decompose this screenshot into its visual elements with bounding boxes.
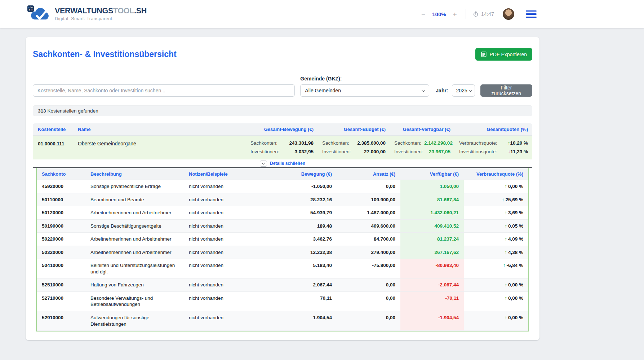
beschreibung-cell: Beamtinnen und Beamte — [85, 193, 184, 206]
investitionsquote-value: ↓11,23 % — [508, 149, 528, 154]
quote-value: 4,38 % — [508, 249, 523, 256]
column-header-beschreibung: Beschreibung — [85, 171, 184, 177]
verbrauchsquote-cell: ↑ 0,00 % — [464, 278, 528, 291]
table-header-row: Kostenstelle Name Gesamt-Bewegung (€) Ge… — [33, 123, 532, 136]
ansatz-cell: 0,00 — [337, 292, 400, 311]
trend-arrow-icon: ↑ — [505, 236, 507, 242]
collapse-chevron-button[interactable] — [260, 161, 267, 167]
budget-investitionen-value: 27.000,00 — [364, 149, 386, 154]
sachkonto-cell: 52510000 — [37, 278, 85, 291]
brand-tagline: Digital. Smart. Transparent. — [55, 16, 147, 21]
logo-cloud-icon: FÜR S-H — [29, 6, 50, 22]
brand-suffix: .SH — [134, 6, 147, 15]
trend-arrow-icon: ↑ — [505, 210, 507, 216]
gemeinde-select[interactable]: Alle Gemeinden — [300, 84, 429, 97]
header-controls: − 100% + 14:47 — [419, 8, 537, 20]
quote-value: 0,05 % — [508, 223, 523, 229]
zoom-in-button[interactable]: + — [451, 10, 459, 18]
clock-icon — [473, 11, 479, 17]
beschreibung-cell: Arbeitnehmerinnen und Arbeitnehmer — [85, 206, 184, 219]
main-content: Sachkonten- & Investitionsübersicht PDF … — [0, 28, 644, 340]
column-header-verbrauchsquote: Verbrauchsquote (%) — [464, 171, 528, 177]
notizen-cell: nicht vorhanden — [184, 259, 274, 278]
investitionsquote-number: 11,23 % — [510, 149, 528, 154]
ansatz-cell: 0,00 — [337, 278, 400, 291]
trend-arrow-icon: ↑ — [505, 282, 507, 288]
investitionen-label: Investitionen: — [394, 149, 423, 154]
bewegung-cell: 70,11 — [274, 292, 337, 311]
kostenstelle-name: Oberste Gemeindeorgane — [78, 140, 246, 146]
column-header-ansatz: Ansatz (€) — [337, 171, 400, 177]
bewegung-cell: 1.904,54 — [274, 311, 337, 330]
sachkonto-cell: 52710000 — [37, 292, 85, 311]
jahr-select[interactable]: 2025 — [452, 84, 475, 97]
trend-arrow-icon: ↑ — [505, 223, 507, 229]
pdf-export-label: PDF Exportieren — [490, 52, 527, 57]
verfuegbar-cell: 81.667,84 — [400, 193, 464, 206]
column-header-name: Name — [78, 127, 246, 132]
jahr-label: Jahr: — [436, 88, 448, 93]
pdf-export-button[interactable]: PDF Exportieren — [475, 48, 532, 61]
table-row: 52910000 Aufwendungen für sonstige Diens… — [37, 311, 528, 331]
app-root: FÜR S-H VERWALTUNGSTOOL.SH — [0, 0, 644, 360]
jahr-selected-value: 2025 — [456, 88, 467, 93]
verfuegbar-cell: -70,11 — [400, 292, 464, 311]
kostenstelle-summary-row[interactable]: 01.0000.111 Oberste Gemeindeorgane Sachk… — [33, 136, 532, 159]
budget-sachkonten-value: 2.385.600,00 — [357, 140, 386, 146]
sachkonto-cell: 50110000 — [37, 193, 85, 206]
sachkonto-cell: 50320000 — [37, 246, 85, 259]
detail-table-header-row: Sachkonto Beschreibung Notizen/Beispiele… — [37, 168, 528, 180]
sachkonten-label: Sachkonten: — [394, 140, 421, 146]
chevron-down-icon — [422, 88, 426, 92]
user-avatar[interactable] — [503, 8, 514, 20]
bewegung-cell: 5.183,40 — [274, 259, 337, 278]
verfuegbar-cell: -2.067,44 — [400, 278, 464, 291]
column-header-sachkonto: Sachkonto — [37, 171, 85, 177]
verbrauchsquote-cell: ↑ 4,09 % — [464, 233, 528, 246]
table-row: 50320000 Arbeitnehmerinnen und Arbeitneh… — [37, 246, 528, 259]
trend-arrow-icon: ↑ — [505, 183, 507, 190]
investitionsquote-label: Investitionsquote: — [459, 149, 497, 154]
trend-arrow-icon: ↑ — [503, 262, 506, 275]
zoom-out-button[interactable]: − — [419, 10, 427, 18]
verfuegbar-cell: 267.167,62 — [400, 246, 464, 259]
verbrauchsquote-cell: ↑ 0,00 % — [464, 292, 528, 311]
jahr-filter-group: Jahr: 2025 — [436, 84, 475, 97]
sachkonto-cell: 50410000 — [37, 259, 85, 278]
verfuegbar-sachkonten-value: 2.142.298,02 — [424, 140, 453, 146]
verbrauchsquote-cell: ↑ 0,00 % — [464, 180, 528, 193]
beschreibung-cell: Arbeitnehmerinnen und Arbeitnehmer — [85, 246, 184, 259]
verfuegbar-cell: 1.050,00 — [400, 180, 464, 193]
table-row: 50120000 Arbeitnehmerinnen und Arbeitneh… — [37, 206, 528, 220]
notizen-cell: nicht vorhanden — [184, 220, 274, 233]
bewegung-cell: 12.232,38 — [274, 246, 337, 259]
gemeinde-label: Gemeinde (GKZ): — [300, 76, 429, 82]
verfuegbar-cell: -1.904,54 — [400, 311, 464, 330]
beschreibung-cell: Sonstige Beschäftigungsentgelte — [85, 220, 184, 233]
quote-value: 0,00 % — [508, 315, 523, 327]
verbrauchsquote-cell: ↑ 25,69 % — [464, 193, 528, 206]
verfuegbar-cell: 409.410,52 — [400, 220, 464, 233]
verbrauchsquote-cell: ↑ 4,38 % — [464, 246, 528, 259]
sachkonto-cell: 45920000 — [37, 180, 85, 193]
budget-cell: Sachkonten: 2.385.600,00 Investitionen: … — [318, 140, 390, 154]
chevron-down-icon — [262, 161, 265, 165]
table-row: 50220000 Arbeitnehmerinnen und Arbeitneh… — [37, 233, 528, 246]
details-close-link[interactable]: Details schließen — [270, 161, 305, 166]
brand-dark: VERWALTUNGS — [55, 6, 113, 15]
search-input[interactable] — [33, 84, 295, 97]
column-header-gesamt-budget: Gesamt-Budget (€) — [318, 127, 390, 132]
column-header-bewegung: Bewegung (€) — [274, 171, 337, 177]
quote-value: 3,69 % — [508, 210, 523, 216]
menu-button[interactable] — [525, 9, 537, 19]
beschreibung-cell: Haltung von Fahrzeugen — [85, 278, 184, 291]
table-row: 50110000 Beamtinnen und Beamte nicht vor… — [37, 193, 528, 207]
filter-reset-button[interactable]: Filter zurücksetzen — [480, 84, 532, 97]
beschreibung-cell: Arbeitnehmerinnen und Arbeitnehmer — [85, 233, 184, 246]
bewegung-cell: 28.232,16 — [274, 193, 337, 206]
details-toggle-row[interactable]: Details schließen — [33, 159, 532, 168]
beschreibung-cell: Beihilfen und Unterstützungsleistungen u… — [85, 259, 184, 278]
sachkonto-cell: 50220000 — [37, 233, 85, 246]
ansatz-cell: 409.600,00 — [337, 220, 400, 233]
table-row: 52510000 Haltung von Fahrzeugen nicht vo… — [37, 278, 528, 292]
